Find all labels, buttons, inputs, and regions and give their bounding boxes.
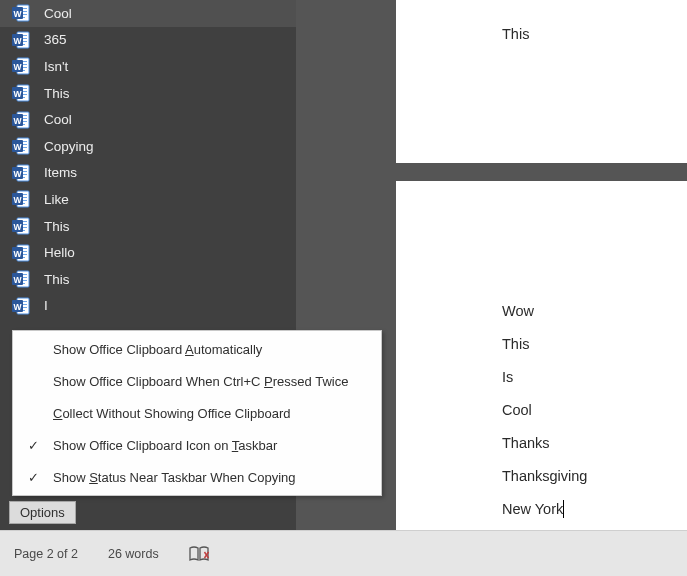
options-menu-item-label: Show Office Clipboard When Ctrl+C Presse… <box>53 374 348 389</box>
options-menu-item[interactable]: ✓Show Status Near Taskbar When Copying <box>13 461 381 493</box>
page-1[interactable]: This <box>396 0 687 163</box>
clipboard-item-label: Hello <box>44 245 75 260</box>
clipboard-item-label: This <box>44 86 70 101</box>
options-menu-item[interactable]: Collect Without Showing Office Clipboard <box>13 397 381 429</box>
clipboard-item-label: Like <box>44 192 69 207</box>
word-icon: W <box>12 217 30 235</box>
clipboard-item-label: Cool <box>44 6 72 21</box>
app-root: WCoolW365WIsn'tWThisWCoolWCopyingWItemsW… <box>0 0 687 576</box>
options-menu-item[interactable]: ✓Show Office Clipboard Icon on Taskbar <box>13 429 381 461</box>
document-line[interactable]: New York <box>502 493 587 526</box>
svg-text:W: W <box>13 275 22 285</box>
svg-text:W: W <box>13 35 22 45</box>
check-icon: ✓ <box>13 470 53 485</box>
svg-text:W: W <box>13 62 22 72</box>
word-icon: W <box>12 190 30 208</box>
status-page[interactable]: Page 2 of 2 <box>14 547 78 561</box>
clipboard-item[interactable]: W365 <box>0 27 296 54</box>
word-icon: W <box>12 164 30 182</box>
document-line[interactable]: Cool <box>502 394 587 427</box>
svg-text:W: W <box>13 115 22 125</box>
word-icon: W <box>12 4 30 22</box>
document-line[interactable]: Thanksgiving <box>502 460 587 493</box>
svg-text:W: W <box>13 222 22 232</box>
svg-text:W: W <box>13 142 22 152</box>
clipboard-item[interactable]: WHello <box>0 239 296 266</box>
options-menu-item[interactable]: Show Office Clipboard Automatically <box>13 333 381 365</box>
clipboard-item-label: I <box>44 298 48 313</box>
check-icon: ✓ <box>13 438 53 453</box>
svg-text:W: W <box>13 89 22 99</box>
word-icon: W <box>12 270 30 288</box>
word-icon: W <box>12 297 30 315</box>
clipboard-item[interactable]: WLike <box>0 186 296 213</box>
options-menu-item-label: Show Status Near Taskbar When Copying <box>53 470 296 485</box>
book-icon[interactable] <box>189 546 209 562</box>
clipboard-item-label: This <box>44 272 70 287</box>
options-menu: Show Office Clipboard AutomaticallyShow … <box>12 330 382 496</box>
word-icon: W <box>12 31 30 49</box>
options-menu-item-label: Show Office Clipboard Icon on Taskbar <box>53 438 277 453</box>
text-caret <box>563 500 564 518</box>
svg-text:W: W <box>13 195 22 205</box>
word-icon: W <box>12 84 30 102</box>
status-bar: Page 2 of 2 26 words <box>0 530 687 576</box>
document-line[interactable]: This <box>502 18 529 51</box>
clipboard-item-label: This <box>44 219 70 234</box>
clipboard-item[interactable]: WThis <box>0 213 296 240</box>
svg-text:W: W <box>13 301 22 311</box>
options-button[interactable]: Options <box>9 501 76 524</box>
clipboard-item[interactable]: WIsn't <box>0 53 296 80</box>
document-line[interactable]: Thanks <box>502 427 587 460</box>
clipboard-item[interactable]: WThis <box>0 80 296 107</box>
clipboard-item[interactable]: WCopying <box>0 133 296 160</box>
word-icon: W <box>12 111 30 129</box>
clipboard-item[interactable]: WCool <box>0 106 296 133</box>
svg-text:W: W <box>13 9 22 19</box>
clipboard-item-label: Cool <box>44 112 72 127</box>
status-words[interactable]: 26 words <box>108 547 159 561</box>
document-line[interactable]: Is <box>502 361 587 394</box>
word-icon: W <box>12 244 30 262</box>
options-menu-item[interactable]: Show Office Clipboard When Ctrl+C Presse… <box>13 365 381 397</box>
clipboard-item-label: Items <box>44 165 77 180</box>
svg-text:W: W <box>13 168 22 178</box>
options-menu-item-label: Collect Without Showing Office Clipboard <box>53 406 291 421</box>
clipboard-item[interactable]: WI <box>0 293 296 320</box>
clipboard-item-label: 365 <box>44 32 67 47</box>
options-menu-item-label: Show Office Clipboard Automatically <box>53 342 262 357</box>
word-icon: W <box>12 57 30 75</box>
clipboard-item-label: Isn't <box>44 59 68 74</box>
clipboard-item[interactable]: WCool <box>0 0 296 27</box>
document-line[interactable]: This <box>502 328 587 361</box>
document-line[interactable]: Wow <box>502 295 587 328</box>
clipboard-item[interactable]: WItems <box>0 160 296 187</box>
word-icon: W <box>12 137 30 155</box>
svg-text:W: W <box>13 248 22 258</box>
clipboard-list: WCoolW365WIsn'tWThisWCoolWCopyingWItemsW… <box>0 0 296 319</box>
clipboard-item[interactable]: WThis <box>0 266 296 293</box>
page-2[interactable]: WowThisIsCoolThanksThanksgivingNew York <box>396 181 687 530</box>
clipboard-item-label: Copying <box>44 139 94 154</box>
